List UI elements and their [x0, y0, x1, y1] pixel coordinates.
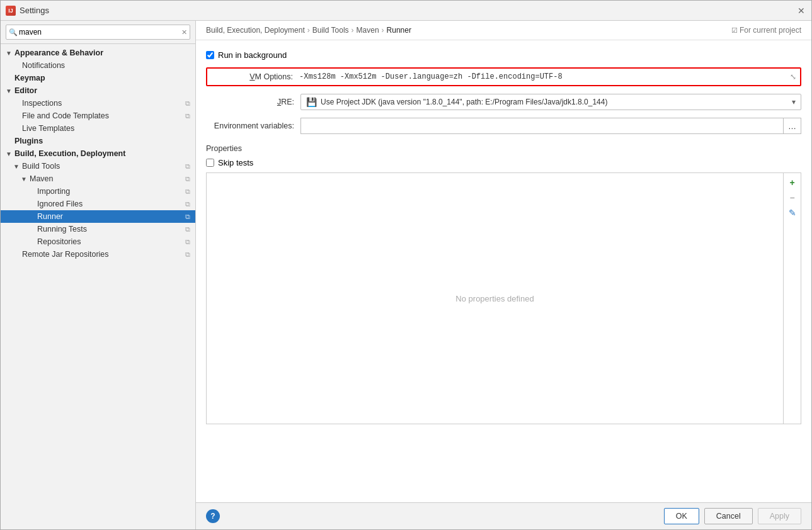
sidebar-item-label: Build, Execution, Deployment [14, 149, 125, 158]
jre-icon: 💾 [306, 97, 317, 107]
breadcrumb-sep-2: › [352, 26, 354, 35]
sidebar-item-live-templates[interactable]: Live Templates [1, 122, 195, 135]
jre-row: JRE: 💾 Use Project JDK (java version "1.… [206, 94, 801, 110]
search-box: 🔍 ✕ [1, 21, 195, 44]
env-vars-browse-button[interactable]: … [784, 118, 801, 134]
sidebar-item-build-exec-deploy[interactable]: ▼ Build, Execution, Deployment [1, 147, 195, 160]
breadcrumb-sep-1: › [307, 26, 310, 35]
sidebar-item-label: Running Tests [37, 225, 87, 234]
close-button[interactable]: ✕ [796, 6, 806, 16]
remove-property-button[interactable]: − [786, 191, 799, 205]
sidebar-item-keymap[interactable]: Keymap [1, 72, 195, 84]
help-button[interactable]: ? [206, 509, 220, 523]
copy-icon: ⧉ [185, 188, 190, 196]
properties-toolbar: + − ✎ [783, 173, 801, 424]
sidebar-item-label: Plugins [14, 137, 43, 145]
sidebar-item-label: Appearance & Behavior [14, 48, 103, 57]
skip-tests-checkbox[interactable] [206, 159, 214, 167]
sidebar-item-label: Keymap [14, 74, 45, 82]
sidebar-item-label: Ignored Files [37, 200, 83, 208]
expand-icon: ▼ [6, 50, 13, 57]
properties-box: No properties defined + − ✎ [206, 172, 801, 424]
sidebar-item-editor[interactable]: ▼ Editor [1, 84, 195, 97]
jre-label: JRE: [206, 98, 300, 106]
cancel-button[interactable]: Cancel [704, 508, 753, 524]
sidebar-item-label: Repositories [37, 237, 81, 246]
sidebar-item-label: Editor [14, 86, 37, 95]
sidebar: 🔍 ✕ ▼ Appearance & Behavior Notification… [1, 21, 196, 529]
sidebar-item-label: Maven [30, 174, 54, 183]
breadcrumb-part-3: Maven [357, 26, 379, 35]
sidebar-item-plugins[interactable]: Plugins [1, 135, 195, 147]
content-area: 🔍 ✕ ▼ Appearance & Behavior Notification… [1, 21, 811, 529]
copy-icon: ⧉ [185, 200, 190, 208]
skip-tests-label: Skip tests [218, 158, 253, 167]
sidebar-item-running-tests[interactable]: Running Tests ⧉ [1, 223, 195, 235]
sidebar-item-label: File and Code Templates [22, 111, 109, 120]
sidebar-item-ignored-files[interactable]: Ignored Files ⧉ [1, 198, 195, 210]
search-input[interactable] [6, 25, 190, 40]
copy-icon: ⧉ [185, 162, 190, 171]
sidebar-item-maven[interactable]: ▼ Maven ⧉ [1, 172, 195, 185]
main-panel: Build, Execution, Deployment › Build Too… [196, 21, 811, 529]
copy-icon: ⧉ [185, 238, 190, 246]
sidebar-item-importing[interactable]: Importing ⧉ [1, 185, 195, 198]
no-properties-text: No properties defined [455, 294, 534, 303]
sidebar-item-label: Build Tools [22, 162, 60, 171]
properties-empty-area: No properties defined [207, 173, 783, 424]
sidebar-item-inspections[interactable]: Inspections ⧉ [1, 97, 195, 110]
sidebar-item-runner[interactable]: Runner ⧉ [1, 210, 195, 223]
for-current-project-label: ☑ For current project [731, 26, 801, 35]
sidebar-item-remote-jar-repos[interactable]: Remote Jar Repositories ⧉ [1, 248, 195, 261]
vm-options-row: VM Options: ⤡ [206, 67, 801, 86]
sidebar-item-repositories[interactable]: Repositories ⧉ [1, 235, 195, 248]
env-vars-input[interactable] [300, 118, 784, 134]
dialog-buttons: OK Cancel Apply [664, 508, 801, 524]
breadcrumb-part-2: Build Tools [312, 26, 349, 35]
env-vars-row: Environment variables: … [206, 118, 801, 134]
copy-icon: ⧉ [185, 251, 190, 259]
breadcrumb: Build, Execution, Deployment › Build Too… [196, 21, 811, 40]
expand-icon: ▼ [13, 163, 21, 170]
env-vars-label: Environment variables: [206, 121, 300, 130]
window-title: Settings [20, 6, 796, 15]
jre-dropdown-arrow: ▾ [792, 98, 796, 106]
jre-value: Use Project JDK (java version "1.8.0_144… [321, 98, 792, 106]
search-icon: 🔍 [9, 28, 18, 37]
settings-window: IJ Settings ✕ 🔍 ✕ ▼ Appearance & Behavio… [0, 0, 812, 530]
app-icon: IJ [6, 6, 16, 16]
vm-shrink-icon[interactable]: ⤡ [790, 72, 796, 81]
sidebar-item-label: Inspections [22, 99, 62, 108]
expand-icon: ▼ [6, 87, 13, 94]
run-in-background-row: Run in background [206, 50, 801, 60]
nav-tree: ▼ Appearance & Behavior Notifications Ke… [1, 44, 195, 529]
breadcrumb-current: Runner [387, 26, 411, 35]
copy-icon: ⧉ [185, 175, 190, 183]
sidebar-item-file-code-templates[interactable]: File and Code Templates ⧉ [1, 110, 195, 122]
title-bar: IJ Settings ✕ [1, 1, 811, 21]
sidebar-item-label: Live Templates [22, 124, 74, 133]
sidebar-item-build-tools[interactable]: ▼ Build Tools ⧉ [1, 160, 195, 172]
ok-button[interactable]: OK [664, 508, 699, 524]
copy-icon: ⧉ [185, 112, 190, 120]
apply-button[interactable]: Apply [758, 508, 801, 524]
copy-icon: ⧉ [185, 213, 190, 221]
breadcrumb-part-1: Build, Execution, Deployment [206, 26, 305, 35]
expand-icon: ▼ [21, 176, 28, 183]
sidebar-item-appearance[interactable]: ▼ Appearance & Behavior [1, 47, 195, 59]
jre-select[interactable]: 💾 Use Project JDK (java version "1.8.0_1… [300, 94, 801, 110]
run-in-background-label: Run in background [218, 50, 287, 60]
skip-tests-row: Skip tests [206, 158, 801, 167]
sidebar-item-notifications[interactable]: Notifications [1, 59, 195, 72]
bottom-bar: ? OK Cancel Apply [196, 502, 811, 529]
vm-options-input[interactable] [299, 72, 787, 81]
run-in-background-checkbox[interactable] [206, 51, 214, 59]
sidebar-item-label: Remote Jar Repositories [22, 250, 109, 259]
vm-options-label: VM Options: [211, 72, 299, 81]
add-property-button[interactable]: + [786, 176, 799, 189]
copy-icon: ⧉ [185, 99, 190, 108]
edit-property-button[interactable]: ✎ [786, 206, 799, 220]
sidebar-item-label: Importing [37, 187, 70, 196]
search-clear-icon[interactable]: ✕ [181, 28, 187, 37]
breadcrumb-sep-3: › [382, 26, 384, 35]
